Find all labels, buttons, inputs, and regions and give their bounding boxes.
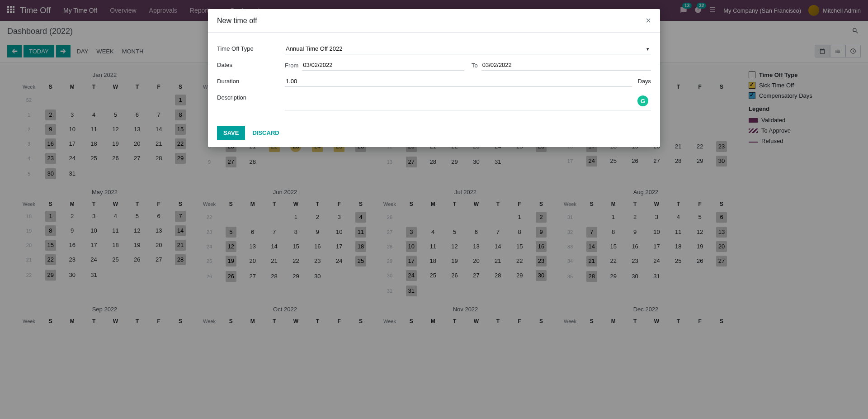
close-icon[interactable]: × — [646, 15, 651, 26]
label-dates: Dates — [217, 60, 285, 68]
label-description: Description — [217, 92, 285, 101]
modal-title: New time off — [217, 17, 257, 25]
duration-input[interactable] — [285, 76, 632, 87]
type-input[interactable] — [285, 43, 651, 54]
label-from: From — [285, 62, 298, 69]
date-to-input[interactable] — [481, 60, 651, 71]
time-off-type-select[interactable]: ▾ — [285, 43, 651, 54]
discard-button[interactable]: DISCARD — [252, 129, 279, 136]
chevron-down-icon[interactable]: ▾ — [646, 46, 649, 52]
label-duration: Duration — [217, 76, 285, 85]
save-button[interactable]: SAVE — [217, 126, 245, 140]
grammarly-icon[interactable]: G — [637, 95, 648, 106]
label-type: Time Off Type — [217, 43, 285, 52]
new-time-off-modal: New time off × Time Off Type ▾ Dates Fro… — [208, 9, 660, 147]
label-to: To — [472, 62, 478, 69]
duration-unit: Days — [637, 78, 651, 85]
date-from-input[interactable] — [302, 60, 464, 71]
description-input[interactable]: G — [285, 92, 651, 110]
modal-overlay[interactable]: New time off × Time Off Type ▾ Dates Fro… — [0, 0, 868, 419]
